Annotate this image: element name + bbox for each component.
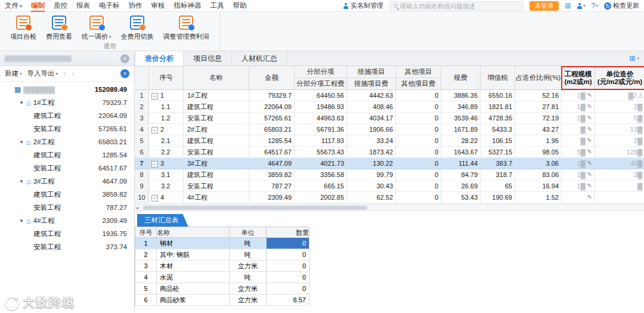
name-cell[interactable]: 建筑工程 (184, 101, 249, 113)
seq-cell[interactable]: 1.2 (149, 113, 184, 124)
tree-item[interactable]: ▦▓▓▓▓▓▓▓152089.49 (0, 83, 134, 96)
tab-项目信息[interactable]: 项目信息 (184, 51, 232, 66)
seq-cell[interactable]: −3 (149, 158, 184, 169)
amount-cell[interactable]: 4647.09 (249, 158, 295, 169)
table-row[interactable]: 83.1建筑工程3859.823356.5899.79084.79318.783… (135, 169, 644, 181)
name-cell[interactable]: 1#工程 (184, 90, 249, 101)
fbfx-fee-cell[interactable]: 55673.43 (295, 147, 347, 158)
table-row[interactable]: 62.2安装工程64517.6755673.431873.4201643.675… (135, 147, 644, 158)
seq-cell[interactable]: 2.2 (149, 147, 184, 158)
unit-price-cell[interactable]: ▓ (595, 181, 644, 192)
fbfx-fee-cell[interactable]: 2002.85 (295, 192, 347, 203)
unit-price-cell[interactable]: 2▓ (595, 135, 644, 147)
vat-cell[interactable]: 6550.16 (481, 90, 515, 101)
chevron-down-icon[interactable]: ▾ (637, 56, 639, 61)
name-cell[interactable]: 4#工程 (184, 192, 249, 203)
menu-item[interactable]: 编制 (31, 0, 45, 12)
table-row[interactable]: 3木材立方米0 (135, 261, 309, 272)
material-name-cell[interactable]: 水泥 (157, 272, 230, 283)
guifei-cell[interactable]: 26.69 (441, 181, 481, 192)
edit-pencil-icon[interactable]: ✎ (587, 181, 592, 191)
row-index-cell[interactable]: 9 (135, 181, 149, 192)
vat-cell[interactable]: 5327.15 (481, 147, 515, 158)
scale-cell[interactable]: 1▓✎ (562, 158, 595, 169)
tree-item[interactable]: 安装工程787.27 (0, 201, 134, 214)
scale-cell[interactable]: ✎ (562, 192, 595, 203)
row-index-cell[interactable]: 5 (135, 283, 157, 295)
menu-item[interactable]: 帮助 (233, 0, 247, 12)
login-status-badge[interactable]: 未登录 (530, 1, 559, 11)
material-unit-cell[interactable]: 吨 (230, 249, 267, 261)
collapse-icon[interactable]: − (151, 161, 158, 168)
tree-item[interactable]: ▼⌂3#工程4647.09 (0, 175, 134, 188)
row-index-cell[interactable]: 4 (135, 272, 157, 283)
seq-cell[interactable]: −1 (149, 90, 184, 101)
tree-item[interactable]: ▼⌂1#工程79329.7 (0, 96, 134, 109)
guifei-cell[interactable]: 1643.67 (441, 147, 481, 158)
csxm-fee-cell[interactable]: 62.52 (347, 192, 396, 203)
ribbon-button[interactable]: 全费用切换 (118, 15, 157, 42)
vat-cell[interactable]: 65 (481, 181, 515, 192)
menu-item[interactable]: 指标神器 (174, 0, 202, 12)
edit-pencil-icon[interactable]: ✎ (587, 192, 592, 203)
fbfx-fee-cell[interactable]: 3356.58 (295, 169, 347, 181)
qtxm-fee-cell[interactable]: 0 (396, 158, 441, 169)
seq-cell[interactable]: −4 (149, 192, 184, 203)
material-name-cell[interactable]: 商品砼 (157, 283, 230, 295)
function-search[interactable] (389, 1, 524, 11)
menu-item[interactable]: 协作 (129, 0, 143, 12)
material-qty-cell[interactable]: 8.57 (267, 295, 309, 306)
ratio-cell[interactable]: 1.95 (515, 135, 562, 147)
realname-manage[interactable]: 实名制管理 (343, 1, 383, 10)
qtxm-fee-cell[interactable]: 0 (396, 192, 441, 203)
tab-人材机汇总[interactable]: 人材机汇总 (232, 51, 287, 66)
amount-cell[interactable]: 65803.21 (249, 124, 295, 135)
fbfx-fee-cell[interactable]: 665.15 (295, 181, 347, 192)
csxm-fee-cell[interactable]: 408.46 (347, 101, 396, 113)
menu-item[interactable]: 质控 (54, 0, 67, 12)
material-qty-cell[interactable]: 0 (267, 283, 309, 295)
menu-item[interactable]: 工具 (210, 0, 224, 12)
scale-cell[interactable]: 1▓✎ (562, 90, 595, 101)
table-row[interactable]: 5商品砼立方米0 (135, 283, 309, 295)
tab-sancai-summary[interactable]: 三材汇总表 (137, 214, 188, 227)
tree-item[interactable]: 建筑工程1285.54 (0, 148, 134, 162)
check-update-button[interactable]: ↻ 检查更新 (604, 1, 639, 10)
material-unit-cell[interactable]: 吨 (230, 238, 267, 249)
row-index-cell[interactable]: 7 (135, 158, 149, 169)
table-row[interactable]: 10−44#工程2309.492002.8562.52053.43190.691… (135, 192, 644, 203)
unit-price-cell[interactable]: 3▓ (595, 169, 644, 181)
sidebar-action-import-export[interactable]: 导入导出▾ (27, 69, 58, 78)
menu-item[interactable]: 报表 (76, 0, 90, 12)
guifei-cell[interactable]: 1671.89 (441, 124, 481, 135)
tree-item[interactable]: 建筑工程3859.82 (0, 188, 134, 201)
menu-item[interactable]: 文件▾ (5, 0, 22, 12)
material-qty-cell[interactable]: 0 (267, 249, 309, 261)
vat-cell[interactable]: 4728.35 (481, 113, 515, 124)
name-cell[interactable]: 安装工程 (184, 181, 249, 192)
material-name-cell[interactable]: 木材 (157, 261, 230, 272)
vat-cell[interactable]: 1821.81 (481, 101, 515, 113)
search-input[interactable] (400, 2, 519, 10)
move-up-icon[interactable]: ↑ (63, 70, 66, 77)
csxm-fee-cell[interactable]: 1873.42 (347, 147, 396, 158)
name-cell[interactable]: 3#工程 (184, 158, 249, 169)
ratio-cell[interactable]: 16.94 (515, 181, 562, 192)
apps-grid-icon[interactable]: ⊞ (565, 2, 571, 10)
guifei-cell[interactable]: 53.43 (441, 192, 481, 203)
table-row[interactable]: 21.1建筑工程22064.0919486.93408.460346.89182… (135, 101, 644, 113)
layout-grid-icon[interactable]: ⊞ (629, 54, 635, 63)
csxm-fee-cell[interactable]: 33.24 (347, 135, 396, 147)
row-index-cell[interactable]: 4 (135, 124, 149, 135)
tree-item[interactable]: 建筑工程22064.09 (0, 109, 134, 122)
ratio-cell[interactable]: 83.06 (515, 169, 562, 181)
row-index-cell[interactable]: 1 (135, 238, 157, 249)
ribbon-button[interactable]: 统一调价▾ (79, 15, 114, 42)
csxm-fee-cell[interactable]: 1906.66 (347, 124, 396, 135)
guifei-cell[interactable]: 111.44 (441, 158, 481, 169)
qtxm-fee-cell[interactable]: 0 (396, 169, 441, 181)
collapse-icon[interactable]: − (151, 195, 158, 202)
fbfx-fee-cell[interactable]: 64450.56 (295, 90, 347, 101)
material-name-cell[interactable]: 钢材 (157, 238, 230, 249)
guifei-cell[interactable]: 84.79 (441, 169, 481, 181)
